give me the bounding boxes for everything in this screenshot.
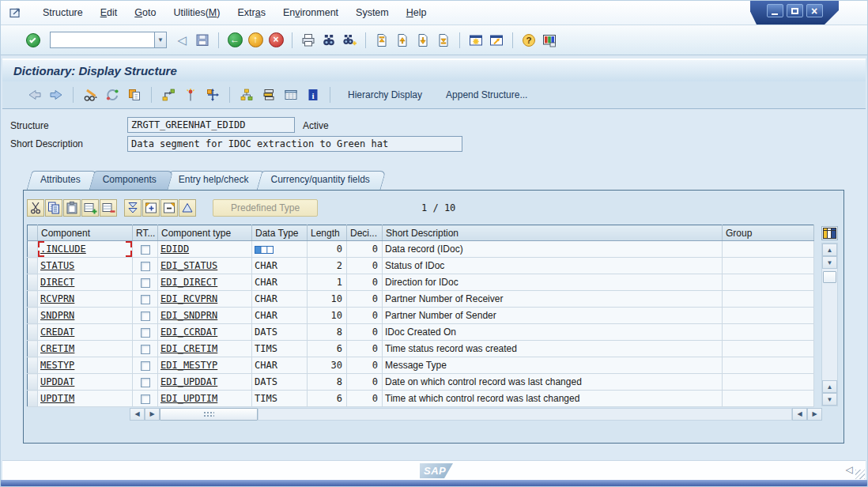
- scroll-right-button[interactable]: ▶: [145, 408, 160, 421]
- short-description-cell[interactable]: Time status record was created: [383, 341, 723, 357]
- short-description-cell[interactable]: Data record (IDoc): [383, 241, 723, 258]
- decimals-cell[interactable]: 0: [347, 341, 383, 357]
- next-page-button[interactable]: [413, 31, 432, 50]
- rt-checkbox[interactable]: [141, 311, 150, 321]
- col-rt[interactable]: RT...: [133, 225, 158, 241]
- component-type-link[interactable]: EDI_STATUS: [160, 260, 217, 271]
- scroll-up-button[interactable]: ▲: [822, 244, 837, 256]
- data-type-cell[interactable]: [252, 241, 308, 258]
- vertical-scroll-thumb[interactable]: [823, 271, 836, 283]
- runtime-object-button[interactable]: [202, 85, 223, 105]
- short-description-cell[interactable]: Message Type: [383, 357, 723, 374]
- component-type-link[interactable]: EDI_SNDPRN: [160, 310, 217, 321]
- minimize-button[interactable]: [767, 4, 783, 17]
- group-cell[interactable]: [723, 291, 814, 308]
- enter-button[interactable]: [24, 31, 43, 50]
- scroll-left-end-button[interactable]: ◀: [792, 408, 807, 421]
- data-type-cell[interactable]: TIMS: [252, 391, 308, 407]
- component-type-link[interactable]: EDIDD: [160, 244, 189, 255]
- decimals-cell[interactable]: 0: [347, 391, 383, 407]
- row-selector[interactable]: [28, 357, 38, 374]
- decimals-cell[interactable]: 0: [347, 357, 383, 374]
- find-next-button[interactable]: [340, 31, 359, 50]
- col-component-type[interactable]: Component type: [158, 225, 252, 241]
- short-description-cell[interactable]: Direction for IDoc: [383, 274, 723, 291]
- data-type-cell[interactable]: TIMS: [252, 341, 308, 357]
- component-link[interactable]: DIRECT: [40, 277, 74, 288]
- length-cell[interactable]: 6: [308, 391, 347, 407]
- rt-checkbox[interactable]: [141, 328, 150, 338]
- data-type-cell[interactable]: CHAR: [252, 357, 308, 374]
- help-button[interactable]: ?: [519, 31, 538, 50]
- row-selector[interactable]: [28, 341, 38, 357]
- find-button[interactable]: [319, 31, 338, 50]
- row-selector[interactable]: [28, 391, 38, 407]
- table-row[interactable]: UPDDAT EDI_UPDDAT DATS 8 0 Date on which…: [28, 374, 814, 391]
- previous-page-button[interactable]: [393, 31, 412, 50]
- scroll-up-bottom-button[interactable]: ▲: [822, 380, 837, 393]
- rt-checkbox[interactable]: [141, 395, 150, 404]
- group-cell[interactable]: [723, 274, 814, 291]
- data-type-cell[interactable]: DATS: [252, 374, 308, 391]
- back-button[interactable]: ←: [225, 31, 244, 50]
- short-description-cell[interactable]: IDoc Created On: [383, 324, 723, 341]
- first-page-button[interactable]: [372, 31, 391, 50]
- row-selector[interactable]: [28, 308, 38, 324]
- component-link[interactable]: MESTYP: [40, 360, 74, 371]
- short-description-cell[interactable]: Time at which control record was last ch…: [383, 391, 723, 407]
- short-description-field[interactable]: [127, 136, 462, 152]
- paste-rows-button[interactable]: [63, 199, 81, 217]
- component-type-link[interactable]: EDI_MESTYP: [160, 360, 217, 371]
- decimals-cell[interactable]: 0: [347, 241, 383, 258]
- activate-button[interactable]: [180, 85, 201, 105]
- rt-checkbox[interactable]: [141, 361, 150, 371]
- copy-button[interactable]: [124, 85, 145, 105]
- scroll-right-end-button[interactable]: ▶: [807, 408, 822, 421]
- menu-item-goto[interactable]: Goto: [126, 1, 164, 25]
- print-button[interactable]: [299, 31, 318, 50]
- length-cell[interactable]: 30: [308, 357, 347, 374]
- component-link[interactable]: RCVPRN: [40, 293, 74, 304]
- component-link[interactable]: UPDDAT: [40, 376, 74, 387]
- cancel-button[interactable]: ×: [266, 31, 285, 50]
- length-cell[interactable]: 8: [308, 324, 347, 341]
- select-all-header[interactable]: [28, 225, 38, 241]
- decimals-cell[interactable]: 0: [347, 291, 383, 308]
- exit-button[interactable]: ↑: [246, 31, 265, 50]
- decimals-cell[interactable]: 0: [347, 308, 383, 324]
- rt-checkbox[interactable]: [141, 378, 150, 387]
- data-type-cell[interactable]: CHAR: [252, 274, 308, 291]
- row-selector[interactable]: [28, 324, 38, 341]
- hierarchy-button[interactable]: [236, 85, 257, 105]
- tab-components[interactable]: Components: [92, 171, 171, 190]
- row-selector[interactable]: [28, 274, 38, 291]
- copy-rows-button[interactable]: [45, 199, 62, 217]
- table-row[interactable]: .INCLUDE EDIDD 0 0 Data record (IDoc): [28, 241, 814, 258]
- row-selector[interactable]: [28, 291, 38, 308]
- short-description-cell[interactable]: Partner Number of Sender: [383, 308, 723, 324]
- select-block-button[interactable]: [124, 199, 142, 217]
- table-row[interactable]: UPDTIM EDI_UPDTIM TIMS 6 0 Time at which…: [28, 391, 814, 407]
- component-link[interactable]: .INCLUDE: [40, 244, 86, 255]
- length-cell[interactable]: 8: [308, 374, 347, 391]
- rt-checkbox[interactable]: [141, 345, 150, 354]
- component-link[interactable]: STATUS: [40, 260, 74, 271]
- system-menu-icon[interactable]: [9, 6, 23, 19]
- horizontal-scroll-thumb[interactable]: [160, 408, 258, 421]
- menu-item-help[interactable]: Help: [398, 1, 436, 25]
- rt-checkbox[interactable]: [141, 262, 150, 271]
- short-description-cell[interactable]: Date on which control record was last ch…: [383, 374, 723, 391]
- new-session-button[interactable]: [466, 31, 485, 50]
- command-field[interactable]: [50, 32, 154, 48]
- length-cell[interactable]: 1: [308, 274, 347, 291]
- delete-row-button[interactable]: [100, 199, 117, 217]
- rt-checkbox[interactable]: [141, 245, 150, 255]
- where-used-list-button[interactable]: [158, 85, 179, 105]
- table-configuration-button[interactable]: [821, 226, 838, 240]
- table-contents-button[interactable]: [281, 85, 301, 105]
- cut-button[interactable]: [27, 199, 44, 217]
- component-type-link[interactable]: EDI_UPDTIM: [160, 393, 217, 404]
- resize-grip[interactable]: [855, 470, 865, 479]
- create-shortcut-button[interactable]: [487, 31, 506, 50]
- menu-item-utilities[interactable]: Utilities(M): [164, 1, 228, 25]
